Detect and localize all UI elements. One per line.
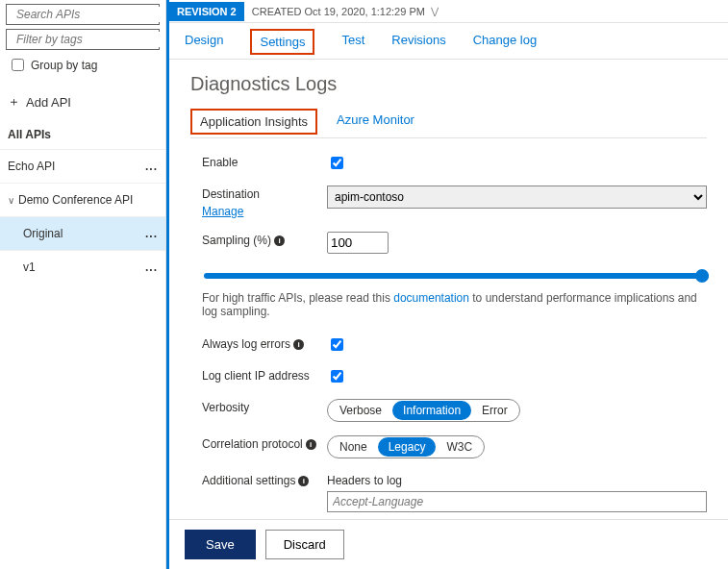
all-apis-link[interactable]: All APIs	[0, 120, 165, 149]
revision-bar: REVISION 2 CREATED Oct 19, 2020, 1:12:29…	[169, 0, 728, 23]
manage-link[interactable]: Manage	[202, 205, 243, 218]
more-icon[interactable]: ...	[145, 160, 158, 173]
verbosity-label: Verbosity	[202, 399, 327, 414]
additional-settings-label: Additional settings	[202, 474, 295, 487]
more-icon[interactable]: ...	[145, 227, 158, 240]
chevron-down-icon[interactable]: ⋁	[431, 6, 439, 16]
enable-label: Enable	[202, 154, 327, 169]
revision-badge: REVISION 2	[169, 2, 244, 21]
verbosity-information[interactable]: Information	[392, 401, 471, 420]
group-by-tag-row[interactable]: Group by tag	[8, 56, 158, 74]
api-item-demo-conference[interactable]: ∨Demo Conference API	[0, 183, 165, 216]
log-client-ip-checkbox[interactable]	[331, 370, 343, 383]
content: Diagnostics Logs Application Insights Az…	[169, 60, 728, 519]
verbosity-error[interactable]: Error	[471, 401, 518, 420]
save-button[interactable]: Save	[185, 530, 256, 559]
info-icon[interactable]: i	[298, 476, 309, 486]
info-icon[interactable]: i	[293, 339, 304, 350]
discard-button[interactable]: Discard	[265, 530, 344, 559]
page-title: Diagnostics Logs	[190, 73, 707, 95]
chevron-down-icon: ∨	[8, 195, 14, 206]
correlation-label: Correlation protocol	[202, 437, 303, 451]
info-icon[interactable]: i	[274, 235, 285, 246]
verbosity-verbose[interactable]: Verbose	[329, 401, 392, 420]
tab-changelog[interactable]: Change log	[473, 33, 538, 59]
api-version-v1[interactable]: v1 ...	[0, 250, 165, 284]
log-client-ip-label: Log client IP address	[202, 367, 327, 383]
search-input[interactable]	[14, 7, 163, 22]
add-api-link[interactable]: ＋ Add API	[8, 93, 158, 111]
plus-icon: ＋	[8, 93, 20, 111]
group-by-tag-label: Group by tag	[31, 59, 97, 72]
correlation-pillgroup: None Legacy W3C	[327, 435, 485, 458]
sampling-label: Sampling (%)	[202, 234, 271, 247]
main-tabs: Design Settings Test Revisions Change lo…	[169, 23, 728, 60]
tab-test[interactable]: Test	[341, 33, 364, 59]
main: REVISION 2 CREATED Oct 19, 2020, 1:12:29…	[166, 0, 728, 569]
correlation-none[interactable]: None	[329, 437, 378, 457]
always-log-errors-label: Always log errors	[202, 337, 290, 351]
documentation-link[interactable]: documentation	[393, 291, 469, 305]
info-icon[interactable]: i	[306, 439, 316, 450]
api-version-original[interactable]: Original ...	[0, 216, 165, 250]
destination-label: Destination	[202, 187, 260, 201]
tab-settings[interactable]: Settings	[250, 29, 314, 55]
api-item-label: Echo API	[8, 160, 55, 173]
subtab-application-insights[interactable]: Application Insights	[190, 109, 317, 135]
headers-to-log-input[interactable]	[327, 491, 707, 512]
group-by-tag-checkbox[interactable]	[12, 59, 24, 71]
more-icon[interactable]: ...	[145, 260, 158, 274]
search-apis-box[interactable]	[6, 4, 160, 25]
always-log-errors-checkbox[interactable]	[331, 338, 343, 351]
tab-design[interactable]: Design	[185, 33, 223, 59]
footer: Save Discard	[169, 519, 728, 569]
filter-tags-box[interactable]	[6, 29, 160, 50]
api-sub-label: v1	[23, 260, 36, 274]
subtab-azure-monitor[interactable]: Azure Monitor	[337, 112, 414, 131]
verbosity-pillgroup: Verbose Information Error	[327, 399, 520, 422]
created-label: CREATED Oct 19, 2020, 1:12:29 PM	[252, 6, 425, 17]
diagnostics-subtabs: Application Insights Azure Monitor	[190, 112, 707, 138]
correlation-w3c[interactable]: W3C	[436, 437, 483, 457]
sampling-note: For high traffic APIs, please read this …	[202, 291, 707, 318]
api-item-echo[interactable]: Echo API ...	[0, 149, 165, 183]
filter-input[interactable]	[14, 32, 163, 47]
correlation-legacy[interactable]: Legacy	[378, 437, 437, 457]
sidebar: Group by tag ＋ Add API All APIs Echo API…	[0, 0, 166, 569]
destination-select[interactable]: apim-contoso	[327, 186, 707, 209]
add-api-label: Add API	[26, 95, 71, 110]
api-item-label: Demo Conference API	[18, 193, 133, 207]
sampling-slider[interactable]	[204, 273, 709, 279]
sampling-input[interactable]	[327, 232, 389, 254]
headers-to-log-label: Headers to log	[327, 474, 707, 487]
tab-revisions[interactable]: Revisions	[391, 33, 445, 59]
api-sub-label: Original	[23, 227, 63, 240]
enable-checkbox[interactable]	[331, 157, 343, 169]
